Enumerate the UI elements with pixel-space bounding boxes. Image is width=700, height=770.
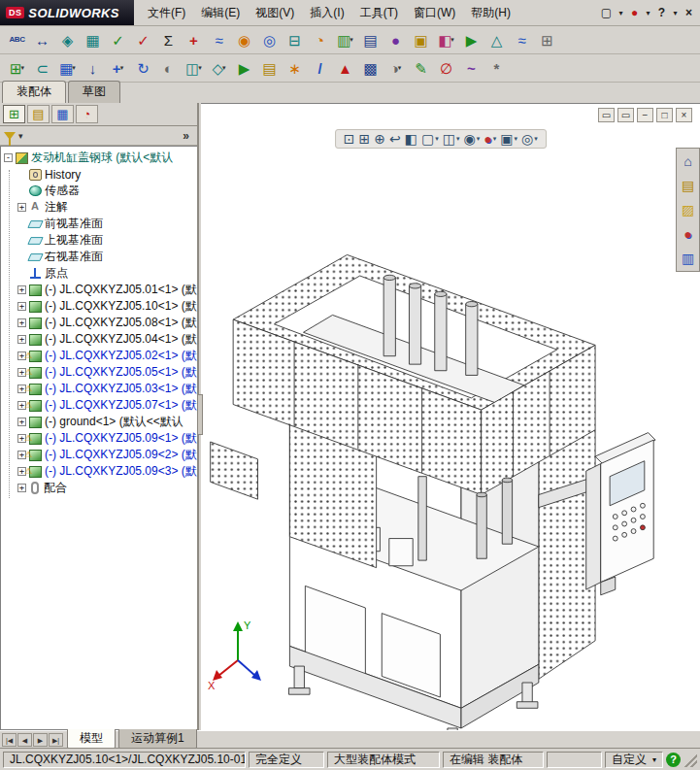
edit-appearance-icon[interactable]: ● ▾ [483, 132, 496, 146]
close-icon[interactable]: × [683, 4, 695, 21]
dropdown-caret-icon[interactable]: ▾ [222, 64, 226, 72]
photoview-icon[interactable]: ◧ ▾ [434, 28, 458, 51]
first-tab-button[interactable]: |◀ [2, 733, 17, 747]
bill-of-materials-icon[interactable]: ▤ ▾ [257, 56, 282, 80]
check-entity-icon[interactable]: ✓ ▾ [106, 28, 130, 51]
menu-item[interactable]: 工具(T) [352, 1, 406, 25]
dropdown-caret-icon[interactable]: ▾ [120, 64, 124, 72]
tree-item[interactable]: + ⚠ (-) JL.CQXKYZJ05.08<1> (默 [4, 315, 197, 331]
zoom-to-area-icon[interactable]: ⊞ ▾ [359, 132, 371, 146]
zoom-to-fit-icon[interactable]: ⊡ ▾ [344, 132, 355, 146]
new-document-icon[interactable]: ▢ [599, 4, 614, 21]
toolbox-icon[interactable]: ⊞ ▾ [535, 28, 559, 51]
propertymanager-tab-icon[interactable]: ▤ [27, 105, 50, 123]
status-caret-icon[interactable]: ▾ [642, 7, 654, 19]
view-orientation-icon[interactable]: ▢ ▾ [421, 132, 439, 146]
dropdown-caret-icon[interactable]: ▾ [514, 135, 517, 143]
dropdown-caret-icon[interactable]: ▾ [198, 64, 202, 72]
motion-study-icon[interactable]: ▶ ▾ [459, 28, 483, 51]
dropdown-caret-icon[interactable]: ▾ [477, 135, 481, 143]
equations-icon[interactable]: Σ ▾ [156, 28, 181, 51]
exploded-view-icon[interactable]: ∗ ▾ [283, 56, 307, 80]
menu-item[interactable]: 编辑(E) [193, 1, 248, 25]
import-diagnostics-icon[interactable]: + ▾ [182, 28, 206, 51]
tree-item[interactable]: + ⚠ (-) JL.CQXKYZJ05.04<1> (默 [4, 331, 197, 348]
status-custom-dropdown[interactable]: 自定义 ▾ [605, 752, 663, 768]
restore-button[interactable]: □ [656, 108, 673, 122]
tree-item[interactable]: ⚠ History [4, 166, 197, 183]
dropdown-caret-icon[interactable]: ▾ [72, 64, 76, 72]
orientation-triad[interactable]: Y X [207, 616, 275, 693]
dropdown-caret-icon[interactable]: ▾ [450, 36, 454, 44]
tab-model[interactable]: 模型 [67, 729, 116, 750]
expand-toggle-icon[interactable]: - [4, 153, 13, 162]
design-checker-icon[interactable]: ✓ ▾ [131, 28, 155, 51]
curvature-icon[interactable]: ~ ▾ [459, 56, 483, 80]
displaymanager-tab-icon[interactable]: ◔ [76, 105, 98, 123]
sensors-toolbar-icon[interactable]: ● ▾ [383, 28, 408, 51]
options-icon[interactable]: * ▾ [484, 56, 509, 80]
expand-toggle-icon[interactable]: + [17, 302, 26, 311]
appearances-icon[interactable]: ● [678, 224, 698, 244]
new-document-caret-icon[interactable]: ▾ [615, 7, 627, 19]
new-motion-study-icon[interactable]: ▶ ▾ [232, 56, 256, 80]
tree-item[interactable]: - ⚠ 发动机缸盖钢球 (默认<默认 [4, 150, 197, 166]
tree-item[interactable]: + ⚠ (-) JL.CQXKYZJ05.09<1> (默 [4, 430, 197, 447]
tree-item[interactable]: + ⚠ 配合 [4, 480, 197, 496]
tree-item[interactable]: + ⚠ (-) JL.CQXKYZJ05.05<1> (默 [4, 364, 197, 381]
menu-item[interactable]: 插入(I) [302, 1, 351, 25]
menu-item[interactable]: 帮助(H) [463, 1, 518, 25]
mass-properties-icon[interactable]: ◈ ▾ [55, 28, 80, 51]
insert-component-icon[interactable]: ⊞ ▾ [5, 56, 29, 80]
explode-line-sketch-icon[interactable]: / ▾ [308, 56, 332, 80]
design-binder-icon[interactable]: ▣ ▾ [409, 28, 433, 51]
custom-properties-icon[interactable]: ▥ [678, 249, 698, 268]
measure-icon[interactable]: ↔ ▾ [30, 28, 54, 51]
move-component-icon[interactable]: + ▾ [106, 56, 130, 80]
panel-overflow-chevron[interactable]: » [179, 129, 193, 143]
section-view-icon[interactable]: ◧ ▾ [405, 132, 417, 146]
filter-icon[interactable] [4, 132, 16, 140]
quick-tips-help-icon[interactable]: ? [666, 753, 681, 767]
interference-check-icon[interactable]: ▲ ▾ [333, 56, 357, 80]
clearance-verification-icon[interactable]: ⊟ ▾ [283, 28, 307, 51]
design-library-icon[interactable]: ▤ [678, 176, 698, 195]
dropdown-caret-icon[interactable]: ▾ [456, 135, 460, 143]
configurationmanager-tab-icon[interactable]: ▦ [51, 105, 74, 123]
next-tab-button[interactable]: ▶ [33, 733, 48, 747]
hide-show-items-icon[interactable]: ◑ ▾ [383, 56, 408, 80]
zoom-in-out-icon[interactable]: ⊕ ▾ [374, 132, 385, 146]
status-dot-icon[interactable]: ● [628, 4, 641, 21]
assembly-features-icon[interactable]: ◫ ▾ [182, 56, 206, 80]
expand-toggle-icon[interactable]: + [17, 203, 26, 212]
doc-window-2-icon[interactable]: ▭ [617, 108, 634, 122]
help-icon[interactable]: ? [655, 4, 668, 21]
edit-component-icon[interactable]: ✎ ▾ [409, 56, 433, 80]
dropdown-caret-icon[interactable]: ▾ [21, 64, 25, 72]
tree-item[interactable]: + ⚠ (-) JL.CQXKYZJ05.03<1> (默 [4, 381, 197, 397]
minimize-button[interactable]: − [637, 108, 653, 122]
show-hidden-components-icon[interactable]: ◐ ▾ [156, 56, 181, 80]
expand-toggle-icon[interactable]: + [17, 318, 26, 327]
menu-item[interactable]: 窗口(W) [406, 1, 463, 25]
tree-item[interactable]: + ⚠ (-) JL.CQXKYZJ05.09<3> (默 [4, 463, 197, 480]
tab-sketch[interactable]: 草图 [68, 81, 120, 103]
filter-caret-icon[interactable]: ▾ [18, 131, 23, 141]
hole-alignment-icon[interactable]: ◎ ▾ [257, 28, 282, 51]
resize-grip[interactable] [683, 753, 697, 767]
simulation-icon[interactable]: △ ▾ [484, 28, 509, 51]
menu-item[interactable]: 视图(V) [248, 1, 302, 25]
close-button[interactable]: × [676, 108, 692, 122]
solidworks-resources-icon[interactable]: ⌂ [678, 151, 698, 171]
tree-item[interactable]: ⚠ 上视基准面 [4, 232, 197, 249]
tree-item[interactable]: + ⚠ (-) JL.CQXKYZJ05.09<2> (默 [4, 447, 197, 463]
help-caret-icon[interactable]: ▾ [669, 7, 682, 19]
tree-item[interactable]: ⚠ 原点 [4, 265, 197, 282]
dropdown-caret-icon[interactable]: ▾ [435, 135, 439, 143]
tree-item[interactable]: + ⚠ (-) JL.CQXKYZJ05.07<1> (默 [4, 397, 197, 414]
dropdown-caret-icon[interactable]: ▾ [398, 64, 402, 72]
menu-item[interactable]: 文件(F) [140, 1, 193, 25]
tree-item[interactable]: + ⚠ 注解 [4, 199, 197, 216]
view-settings-icon[interactable]: ◎ ▾ [521, 132, 538, 146]
doc-window-icon[interactable]: ▭ [598, 108, 615, 122]
